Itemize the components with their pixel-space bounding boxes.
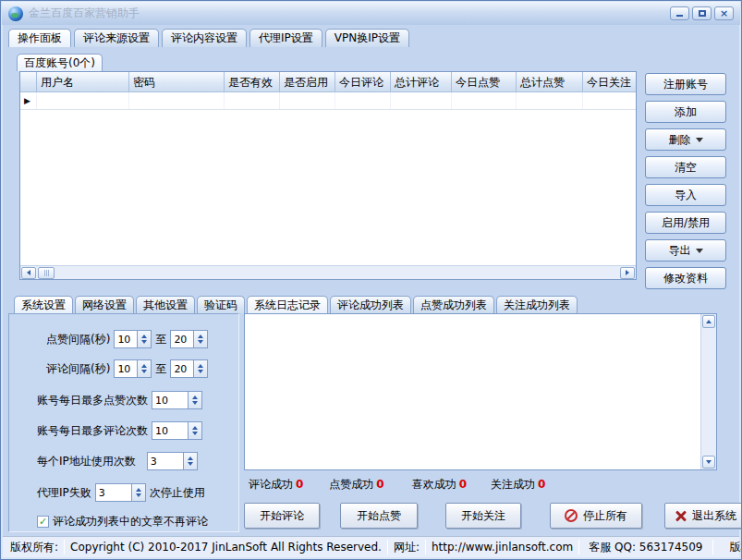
start-like-button[interactable]: 开始点赞 <box>340 503 418 529</box>
spinner-up-icon[interactable] <box>141 335 147 338</box>
import-button[interactable]: 导入 <box>645 184 726 206</box>
max-likes-label: 账号每日最多点赞次数 <box>37 393 148 408</box>
arrow-down-icon <box>706 460 712 464</box>
spinner-down-icon[interactable] <box>141 370 147 373</box>
spinner-up-icon[interactable] <box>136 488 141 492</box>
settings-panel: 点赞间隔(秒) 10 至 20 评论间隔(秒) 10 至 20 <box>8 313 239 532</box>
vertical-scrollbar[interactable] <box>700 314 716 469</box>
minimize-button[interactable] <box>670 6 689 20</box>
tab-baidu-accounts[interactable]: 百度账号(0个) <box>17 54 103 71</box>
tab-other-settings[interactable]: 其他设置 <box>136 296 195 313</box>
column-header-total-likes[interactable]: 总计点赞 <box>517 72 583 92</box>
scroll-up-button[interactable] <box>702 315 715 328</box>
like-success-stat: 点赞成功0 <box>329 477 383 493</box>
column-header-valid[interactable]: 是否有效 <box>225 72 280 92</box>
register-account-button[interactable]: 注册账号 <box>645 73 726 95</box>
dropdown-arrow-icon <box>696 249 703 253</box>
scroll-right-button[interactable] <box>620 267 635 279</box>
scroll-thumb[interactable] <box>38 267 55 279</box>
exit-button[interactable]: 退出系统 <box>664 503 742 529</box>
skip-commented-label: 评论成功列表中的文章不再评论 <box>53 514 208 530</box>
comment-interval-from-spinner[interactable]: 10 <box>114 359 152 378</box>
scroll-down-button[interactable] <box>702 456 715 469</box>
spinner-down-icon[interactable] <box>198 370 203 373</box>
spinner-down-icon[interactable] <box>188 462 193 466</box>
spinner-up-icon[interactable] <box>192 426 198 430</box>
start-comment-button[interactable]: 开始评论 <box>244 503 320 529</box>
ip-uses-spinner[interactable]: 3 <box>147 452 198 470</box>
ip-uses-label: 每个IP地址使用次数 <box>37 454 136 469</box>
export-button[interactable]: 导出 <box>645 239 726 262</box>
stop-icon <box>565 509 578 522</box>
column-header-today-follows[interactable]: 今日关注 <box>583 72 636 92</box>
spinner-down-icon[interactable] <box>136 493 141 497</box>
run-actions: 开始评论 开始点赞 开始关注 停止所有 退出系统 <box>244 503 742 529</box>
maximize-button[interactable] <box>692 6 712 20</box>
close-button[interactable]: × <box>714 6 734 20</box>
copyright-label: 版权所有: <box>3 540 64 555</box>
start-follow-button[interactable]: 开始关注 <box>445 503 521 529</box>
like-interval-from-spinner[interactable]: 10 <box>114 330 152 348</box>
max-likes-spinner[interactable]: 10 <box>152 391 202 409</box>
column-header-username[interactable]: 用户名 <box>37 72 129 92</box>
proxy-fail-spinner[interactable]: 3 <box>95 483 146 502</box>
spinner-down-icon[interactable] <box>198 340 203 344</box>
edit-profile-button[interactable]: 修改资料 <box>645 267 726 289</box>
clear-button[interactable]: 清空 <box>645 156 726 178</box>
horizontal-scrollbar[interactable] <box>20 265 636 279</box>
tab-system-settings[interactable]: 系统设置 <box>14 296 73 313</box>
column-header-password[interactable]: 密码 <box>129 72 225 92</box>
enable-disable-button[interactable]: 启用/禁用 <box>645 212 726 234</box>
maximize-icon <box>699 10 706 17</box>
like-success-count: 0 <box>376 478 383 491</box>
spinner-up-icon[interactable] <box>188 457 193 460</box>
website-link[interactable]: http://www.jinlansoft.com <box>426 541 578 554</box>
stop-all-button[interactable]: 停止所有 <box>550 503 642 529</box>
tab-proxy-ip-settings[interactable]: 代理IP设置 <box>249 29 322 47</box>
exit-icon <box>675 510 687 521</box>
delete-button[interactable]: 删除 <box>645 128 726 151</box>
favorite-success-count: 0 <box>459 478 467 491</box>
system-log-area[interactable] <box>244 313 717 470</box>
tab-system-log[interactable]: 系统日志记录 <box>247 296 328 313</box>
column-header-today-likes[interactable]: 今日点赞 <box>452 72 517 92</box>
tab-like-success-list[interactable]: 点赞成功列表 <box>413 296 494 313</box>
title-bar: 金兰百度百家营销助手 × <box>2 2 740 25</box>
comment-interval-to-spinner[interactable]: 20 <box>170 359 208 378</box>
max-comments-spinner[interactable]: 10 <box>152 421 202 440</box>
spinner-up-icon[interactable] <box>192 396 198 399</box>
column-header-enabled[interactable]: 是否启用 <box>280 72 335 92</box>
spinner-down-icon[interactable] <box>192 432 198 435</box>
tab-comment-success-list[interactable]: 评论成功列表 <box>330 296 411 313</box>
spinner-up-icon[interactable] <box>198 364 203 368</box>
spinner-down-icon[interactable] <box>192 401 198 405</box>
tab-follow-success-list[interactable]: 关注成功列表 <box>496 296 578 313</box>
to-label: 至 <box>155 332 166 347</box>
tab-captcha[interactable]: 验证码 <box>197 296 245 313</box>
tab-comment-source-settings[interactable]: 评论来源设置 <box>74 29 159 47</box>
qq-text: 客服 QQ: 563174509 <box>579 540 712 555</box>
follow-success-count: 0 <box>538 478 545 491</box>
table-row[interactable]: ▶ <box>20 92 636 110</box>
website-label: 网址: <box>388 540 425 555</box>
add-button[interactable]: 添加 <box>645 101 726 123</box>
tab-operation-panel[interactable]: 操作面板 <box>8 29 71 47</box>
comment-success-count: 0 <box>296 478 303 491</box>
tab-network-settings[interactable]: 网络设置 <box>75 296 134 313</box>
spinner-up-icon[interactable] <box>141 364 147 368</box>
arrow-up-icon <box>706 320 712 323</box>
like-interval-to-spinner[interactable]: 20 <box>170 330 208 348</box>
arrow-right-icon <box>626 270 629 275</box>
spinner-down-icon[interactable] <box>141 340 147 344</box>
column-header-total-comments[interactable]: 总计评论 <box>391 72 452 92</box>
window-title: 金兰百度百家营销助手 <box>29 6 140 21</box>
follow-success-stat: 关注成功0 <box>491 477 545 493</box>
column-header-today-comments[interactable]: 今日评论 <box>335 72 391 92</box>
tab-vpn-ip-settings[interactable]: VPN换IP设置 <box>325 29 409 47</box>
skip-commented-checkbox[interactable]: ✓ <box>37 516 49 528</box>
scroll-left-button[interactable] <box>21 267 36 279</box>
app-window: 金兰百度百家营销助手 × 操作面板 评论来源设置 评论内容设置 代理IP设置 V… <box>0 0 742 560</box>
proxy-fail-suffix: 次停止使用 <box>150 485 205 501</box>
spinner-up-icon[interactable] <box>198 335 203 338</box>
tab-comment-content-settings[interactable]: 评论内容设置 <box>162 29 247 47</box>
